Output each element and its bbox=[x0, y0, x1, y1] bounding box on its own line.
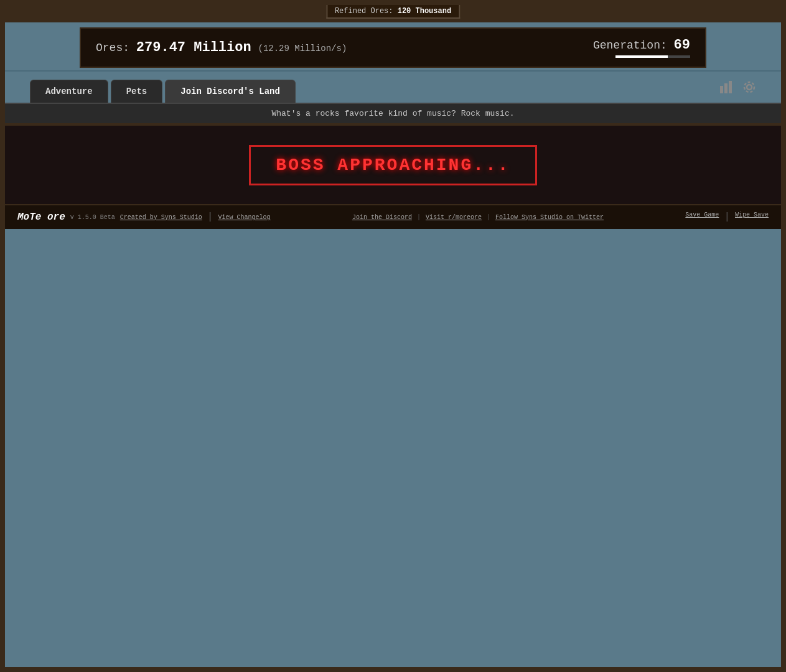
footer-twitter[interactable]: Follow Syns Studio on Twitter bbox=[495, 214, 604, 221]
boss-approaching-text: BOSS APPROACHING... bbox=[249, 145, 536, 185]
tab-right-icons bbox=[720, 80, 756, 103]
svg-rect-46 bbox=[720, 86, 723, 93]
tabs-bar: Adventure Pets Join Discord's Land bbox=[5, 70, 781, 103]
refined-ores-value: 120 Thousand bbox=[398, 7, 451, 16]
footer-reddit[interactable]: Visit r/moreore bbox=[426, 214, 482, 221]
generation-bar-fill bbox=[615, 55, 668, 58]
footer-save-game[interactable]: Save Game bbox=[685, 212, 719, 223]
header-bar: Ores: 279.47 Million (12.29 Million/s) G… bbox=[80, 27, 706, 68]
generation-bar bbox=[615, 55, 690, 58]
generation-value: 69 bbox=[674, 37, 690, 53]
game-window: Refined Ores: 120 Thousand Ores: 279.47 … bbox=[0, 0, 786, 672]
tab-pets[interactable]: Pets bbox=[111, 80, 163, 103]
ores-rate: (12.29 Million/s) bbox=[258, 44, 347, 54]
generation-display: Generation: 69 bbox=[593, 37, 690, 58]
top-bar: Refined Ores: 120 Thousand bbox=[5, 5, 781, 22]
refined-ores-label: Refined Ores: bbox=[335, 7, 393, 16]
ores-label: Ores: bbox=[96, 42, 129, 54]
footer-version: v 1.5.0 Beta bbox=[70, 214, 115, 221]
generation-label: Generation: bbox=[593, 39, 667, 52]
svg-rect-48 bbox=[729, 81, 732, 93]
ores-display: Ores: 279.47 Million (12.29 Million/s) bbox=[96, 40, 347, 55]
footer-wipe-save[interactable]: Wipe Save bbox=[735, 212, 769, 223]
boss-area: BOSS APPROACHING... bbox=[5, 123, 781, 204]
footer-logo: MoTe ore bbox=[17, 212, 65, 223]
svg-rect-47 bbox=[724, 83, 728, 93]
ores-amount: 279.47 Million bbox=[136, 40, 251, 55]
footer: MoTe ore v 1.5.0 Beta Created by Syns St… bbox=[5, 204, 781, 229]
footer-join-discord[interactable]: Join the Discord bbox=[352, 214, 412, 221]
footer-right: Save Game | Wipe Save bbox=[685, 212, 769, 223]
svg-point-50 bbox=[744, 82, 754, 92]
header-wrapper: Ores: 279.47 Million (12.29 Million/s) G… bbox=[5, 22, 781, 68]
status-bar: What's a rocks favorite kind of music? R… bbox=[5, 103, 781, 123]
refined-ores-badge: Refined Ores: 120 Thousand bbox=[326, 5, 460, 19]
footer-created-by[interactable]: Created by Syns Studio bbox=[120, 214, 202, 221]
settings-icon[interactable] bbox=[742, 80, 756, 98]
footer-changelog[interactable]: View Changelog bbox=[218, 214, 270, 221]
footer-center: Join the Discord | Visit r/moreore | Fol… bbox=[270, 214, 685, 221]
footer-left: MoTe ore v 1.5.0 Beta Created by Syns St… bbox=[17, 212, 270, 223]
tab-adventure[interactable]: Adventure bbox=[30, 80, 108, 103]
tab-discord[interactable]: Join Discord's Land bbox=[165, 80, 296, 103]
svg-point-49 bbox=[747, 85, 752, 90]
joke-text: What's a rocks favorite kind of music? R… bbox=[271, 109, 514, 118]
stats-icon[interactable] bbox=[720, 81, 734, 97]
